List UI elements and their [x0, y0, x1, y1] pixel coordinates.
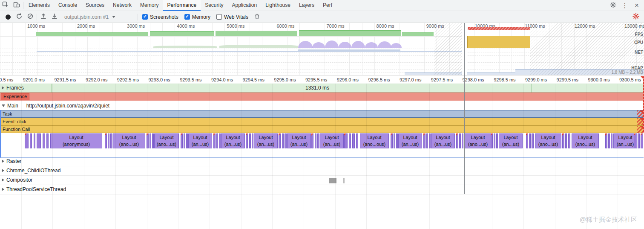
layout-activity-sliver[interactable]	[634, 133, 636, 148]
record-button[interactable]	[3, 12, 14, 22]
layout-call-bar[interactable]: Layout(an...us)	[398, 133, 422, 148]
layout-activity-sliver[interactable]	[152, 133, 154, 148]
layout-activity-sliver[interactable]	[423, 133, 426, 148]
frames-track-header[interactable]: Frames	[2, 85, 24, 91]
load-profile-button[interactable]	[38, 12, 49, 22]
layout-activity-sliver[interactable]	[311, 133, 313, 148]
layout-activity-sliver[interactable]	[608, 133, 610, 148]
timeline-overview[interactable]: 1000 ms2000 ms3000 ms4000 ms5000 ms6000 …	[0, 23, 644, 75]
delete-recording-button[interactable]	[252, 12, 263, 22]
thread-row-chrome-childiothread[interactable]: Chrome_ChildIOThread	[2, 168, 60, 174]
settings-button[interactable]	[607, 0, 618, 11]
layout-activity-sliver[interactable]	[562, 133, 564, 148]
layout-call-bar[interactable]: Layout(an...us)	[221, 133, 245, 148]
layout-activity-sliver[interactable]	[529, 133, 531, 148]
layout-call-bar[interactable]: Layout(an...us)	[499, 133, 523, 148]
layout-activity-sliver[interactable]	[110, 133, 112, 148]
more-options-button[interactable]: ⋮	[619, 0, 630, 11]
thread-row-compositor[interactable]: Compositor	[2, 177, 32, 183]
layout-activity-sliver[interactable]	[532, 133, 534, 148]
checkbox-box[interactable]	[184, 14, 190, 20]
layout-activity-sliver[interactable]	[641, 133, 643, 148]
device-toolbar-button[interactable]	[11, 0, 22, 11]
layout-activity-sliver[interactable]	[285, 133, 287, 148]
layout-activity-sliver[interactable]	[249, 133, 251, 148]
layout-activity-sliver[interactable]	[356, 133, 358, 148]
layout-activity-sliver[interactable]	[147, 133, 149, 148]
layout-call-bar[interactable]: Layout(anonymous)	[50, 133, 102, 148]
layout-call-bar[interactable]: Layout(ano...us)	[572, 133, 599, 148]
layout-activity-sliver[interactable]	[181, 133, 183, 148]
clear-button[interactable]	[25, 12, 36, 22]
capture-settings-button[interactable]	[630, 12, 641, 22]
experience-track-band[interactable]	[0, 93, 644, 101]
main-thread-header[interactable]: Main — http://output.jsbin.com/aqavin/2/…	[2, 103, 109, 109]
checkbox-box[interactable]	[142, 14, 148, 20]
layout-activity-sliver[interactable]	[396, 133, 398, 148]
tab-layers[interactable]: Layers	[295, 0, 319, 11]
layout-activity-sliver[interactable]	[638, 133, 640, 148]
layout-call-bar[interactable]: Layout(an...us)	[287, 133, 311, 148]
layout-activity-sliver[interactable]	[344, 133, 348, 148]
layout-activity-sliver[interactable]	[352, 133, 355, 148]
layout-activity-sliver[interactable]	[246, 133, 248, 148]
tab-sources[interactable]: Sources	[81, 0, 109, 11]
layout-activity-sliver[interactable]	[391, 133, 393, 148]
checkbox-screenshots[interactable]: Screenshots	[142, 14, 178, 20]
layout-activity-sliver[interactable]	[186, 133, 188, 148]
layout-activity-sliver[interactable]	[37, 133, 41, 148]
layout-activity-sliver[interactable]	[216, 133, 218, 148]
layout-activity-sliver[interactable]	[43, 133, 45, 148]
compositor-activity-bar[interactable]	[343, 178, 345, 183]
layout-activity-sliver[interactable]	[349, 133, 351, 148]
inspect-element-button[interactable]	[0, 0, 11, 11]
layout-activity-sliver[interactable]	[494, 133, 495, 148]
window-handle-right[interactable]	[465, 23, 467, 75]
layout-activity-sliver[interactable]	[565, 133, 567, 148]
layout-activity-sliver[interactable]	[526, 133, 528, 148]
layout-activity-sliver[interactable]	[184, 133, 185, 148]
checkbox-memory[interactable]: Memory	[184, 14, 210, 20]
layout-activity-sliver[interactable]	[491, 133, 493, 148]
tab-performance[interactable]: Performance	[163, 0, 201, 11]
tab-elements[interactable]: Elements	[24, 0, 54, 11]
task-bar[interactable]: Task	[0, 110, 644, 118]
trace-select[interactable]: output.jsbin.com #1	[62, 14, 135, 20]
close-devtools-button[interactable]: ×	[631, 0, 642, 11]
layout-call-bar[interactable]: Layout(ano...us)	[535, 133, 561, 148]
tab-memory[interactable]: Memory	[136, 0, 163, 11]
layout-activity-sliver[interactable]	[611, 133, 612, 148]
thread-row-threadpoolservicethread[interactable]: ThreadPoolServiceThread	[2, 186, 66, 192]
layout-call-bar[interactable]: Layout(ano...us)	[113, 133, 145, 148]
layout-activity-sliver[interactable]	[219, 133, 221, 148]
layout-activity-sliver[interactable]	[30, 133, 32, 148]
tab-application[interactable]: Application	[228, 0, 262, 11]
layout-call-bar[interactable]: Layout(an...us)	[320, 133, 344, 148]
layout-activity-sliver[interactable]	[150, 133, 151, 148]
layout-activity-sliver[interactable]	[317, 133, 319, 148]
layout-activity-sliver[interactable]	[394, 133, 395, 148]
event-click-bar[interactable]: Event: click	[0, 118, 644, 125]
layout-activity-sliver[interactable]	[105, 133, 107, 148]
layout-call-bar[interactable]: Layout(ano...us)	[464, 133, 492, 148]
layout-activity-sliver[interactable]	[108, 133, 109, 148]
layout-activity-sliver[interactable]	[429, 133, 431, 148]
layout-activity-sliver[interactable]	[459, 133, 461, 148]
layout-activity-sliver[interactable]	[252, 133, 253, 148]
layout-call-bar[interactable]: Layout(an...us)	[254, 133, 278, 148]
tab-console[interactable]: Console	[54, 0, 81, 11]
experience-track-header[interactable]: Experience	[1, 93, 29, 100]
thread-row-raster[interactable]: Raster	[2, 158, 21, 164]
layout-activity-sliver[interactable]	[34, 133, 35, 148]
layout-activity-sliver[interactable]	[213, 133, 216, 148]
layout-activity-sliver[interactable]	[25, 133, 29, 148]
layout-call-bar[interactable]: Layout(ano...us)	[154, 133, 179, 148]
layout-activity-sliver[interactable]	[282, 133, 284, 148]
function-call-bar[interactable]: Function Call	[0, 125, 644, 133]
layout-activity-sliver[interactable]	[605, 133, 607, 148]
layout-call-bar[interactable]: Layout(an...us)	[188, 133, 212, 148]
layout-activity-sliver[interactable]	[315, 133, 316, 148]
layout-call-bar[interactable]: Layout(ano...ous)	[360, 133, 389, 148]
layout-activity-sliver[interactable]	[568, 133, 570, 148]
window-handle-left[interactable]	[462, 23, 464, 75]
